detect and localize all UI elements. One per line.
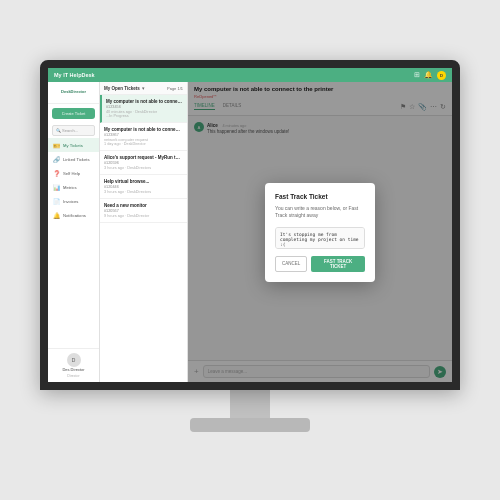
screen: My IT HelpDesk ⊞ 🔔 D DeskDirector xyxy=(40,60,460,390)
fast-track-reason-input[interactable]: It's stopping me from completing my proj… xyxy=(275,227,365,249)
chart-icon: 📊 xyxy=(52,183,60,191)
user-role: Director xyxy=(67,374,79,378)
sidebar-item-invoices[interactable]: 📄 Invoices xyxy=(48,194,99,208)
monitor-stand-neck xyxy=(230,390,270,418)
ticket-title: My computer is not able to connect to... xyxy=(106,99,183,104)
invoice-icon: 📄 xyxy=(52,197,60,205)
notifications-icon: 🔔 xyxy=(52,211,60,219)
monitor: My IT HelpDesk ⊞ 🔔 D DeskDirector xyxy=(40,60,460,440)
sidebar-item-label: Metrics xyxy=(63,185,77,190)
sidebar-item-notifications[interactable]: 🔔 Notifications xyxy=(48,208,99,222)
ticket-status: ...In Progress xyxy=(106,114,183,118)
modal-title: Fast Track Ticket xyxy=(275,193,365,200)
fast-track-button[interactable]: FAST TRACK TICKET xyxy=(311,256,365,272)
header-left: My Open Tickets ▾ xyxy=(104,85,145,91)
sidebar-item-my-tickets[interactable]: 🎫 My Tickets xyxy=(48,138,99,152)
app: My IT HelpDesk ⊞ 🔔 D DeskDirector xyxy=(48,68,452,382)
ticket-item[interactable]: My computer is not able to connect to...… xyxy=(100,123,187,151)
sidebar-item-label: Self Help xyxy=(63,171,80,176)
ticket-title: My computer is not able to connect to... xyxy=(104,127,182,132)
link-icon: 🔗 xyxy=(52,155,60,163)
search-bar[interactable]: 🔍 Search... xyxy=(52,125,95,136)
detail-panel: My computer is not able to connect to th… xyxy=(188,82,452,382)
ticket-title: Help virtual browse... xyxy=(104,179,182,184)
ticket-id: #120567 xyxy=(104,209,183,213)
sidebar-item-label: Invoices xyxy=(63,199,78,204)
ticket-list-panel: My Open Tickets ▾ Page 1/1 My computer i… xyxy=(100,82,188,382)
fast-track-modal: Fast Track Ticket You can write a reason… xyxy=(265,183,375,282)
cancel-button[interactable]: CANCEL xyxy=(275,256,307,272)
ticket-time: 1 day ago · DeskDirector xyxy=(104,142,183,146)
create-ticket-button[interactable]: Create Ticket xyxy=(52,108,95,119)
sidebar-item-label: Notifications xyxy=(63,213,86,218)
main-content: DeskDirector Create Ticket 🔍 Search... 🎫… xyxy=(48,82,452,382)
sidebar-item-metrics[interactable]: 📊 Metrics xyxy=(48,180,99,194)
top-bar: My IT HelpDesk ⊞ 🔔 D xyxy=(48,68,452,82)
modal-overlay: Fast Track Ticket You can write a reason… xyxy=(188,82,452,382)
user-avatar: D xyxy=(67,353,81,367)
grid-icon[interactable]: ⊞ xyxy=(414,71,420,79)
sidebar-nav: 🎫 My Tickets 🔗 Linked Tickets ❓ Self Hel… xyxy=(48,138,99,348)
user-avatar-top[interactable]: D xyxy=(437,71,446,80)
ticket-item[interactable]: My computer is not able to connect to...… xyxy=(100,95,187,123)
ticket-list-header: My Open Tickets ▾ Page 1/1 xyxy=(100,82,187,95)
monitor-stand-base xyxy=(190,418,310,432)
ticket-id: #120596 xyxy=(104,161,183,165)
ticket-time: 3 hours ago · DeskDirectors xyxy=(104,190,183,194)
ticket-item[interactable]: Need a new monitor #120567 9 hours ago ·… xyxy=(100,199,187,223)
sidebar-item-self-help[interactable]: ❓ Self Help xyxy=(48,166,99,180)
sidebar-item-label: My Tickets xyxy=(63,143,83,148)
sidebar-item-label: Linked Tickets xyxy=(63,157,90,162)
sidebar: DeskDirector Create Ticket 🔍 Search... 🎫… xyxy=(48,82,100,382)
ticket-item[interactable]: Help virtual browse... #120446 3 hours a… xyxy=(100,175,187,199)
sidebar-item-linked-tickets[interactable]: 🔗 Linked Tickets xyxy=(48,152,99,166)
ticket-title: Alice's support request - MyRun to... xyxy=(104,155,182,160)
modal-buttons: CANCEL FAST TRACK TICKET xyxy=(275,256,365,272)
user-name: Des Director xyxy=(62,368,84,373)
ticket-time: 9 hours ago · DeskDirector xyxy=(104,214,183,218)
ticket-id: #120446 xyxy=(104,185,183,189)
logo-area: DeskDirector xyxy=(48,82,99,104)
ticket-time: 3 hours ago · DeskDirectors xyxy=(104,166,183,170)
app-title: My IT HelpDesk xyxy=(54,72,95,78)
ticket-title: Need a new monitor xyxy=(104,203,182,208)
ticket-id: #123867 xyxy=(104,133,183,137)
ticket-id: #123456 xyxy=(106,105,183,109)
top-bar-left: My IT HelpDesk xyxy=(54,72,95,78)
ticket-icon: 🎫 xyxy=(52,141,60,149)
sidebar-user: D Des Director Director xyxy=(48,348,99,382)
ticket-filter-dropdown[interactable]: My Open Tickets xyxy=(104,86,140,91)
chevron-down-icon: ▾ xyxy=(142,85,145,91)
modal-description: You can write a reason below, or Fast Tr… xyxy=(275,205,365,219)
top-bar-right: ⊞ 🔔 D xyxy=(414,71,446,80)
pagination: Page 1/1 xyxy=(167,86,183,91)
ticket-item[interactable]: Alice's support request - MyRun to... #1… xyxy=(100,151,187,175)
logo-text: DeskDirector xyxy=(61,90,86,95)
help-icon: ❓ xyxy=(52,169,60,177)
bell-icon[interactable]: 🔔 xyxy=(424,71,433,79)
